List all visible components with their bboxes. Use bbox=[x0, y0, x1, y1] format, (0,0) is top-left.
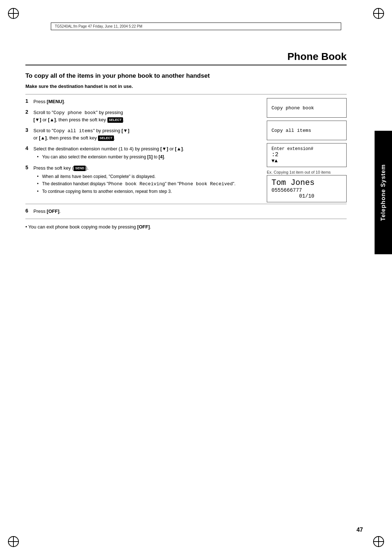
step-1-key: [MENU] bbox=[47, 99, 64, 104]
step-6-key: [OFF] bbox=[47, 208, 60, 214]
lcd-1-text: Copy phone book bbox=[271, 105, 314, 111]
step-2-content: Scroll to "Copy phone book" by pressing … bbox=[33, 109, 124, 123]
lcd-4-box: Tom Jones 0555666777 01/10 bbox=[267, 175, 347, 202]
step-4-bullet-1: You can also select the extension number… bbox=[37, 154, 184, 160]
step-5-bullet-2: The destination handset displays "Phone … bbox=[37, 181, 236, 188]
step-5-bullets: When all items have been copied, "Comple… bbox=[37, 173, 236, 195]
step-2-number: 2 bbox=[25, 109, 33, 115]
step-3-number: 3 bbox=[25, 127, 33, 133]
step-1: 1 Press [MENU]. bbox=[25, 98, 260, 105]
main-content: Phone Book To copy all of the items in y… bbox=[25, 51, 347, 230]
step-4-content: Select the destination extension number … bbox=[33, 145, 184, 161]
lcd-copy-all-items: Copy all items bbox=[267, 121, 347, 140]
step-6: 6 Press [OFF]. bbox=[25, 208, 347, 215]
step-3: 3 Scroll to "Copy all items" by pressing… bbox=[25, 127, 260, 142]
step-2: 2 Scroll to "Copy phone book" by pressin… bbox=[25, 109, 260, 123]
step-3-content: Scroll to "Copy all items" by pressing [… bbox=[33, 127, 129, 142]
lcd-2-text: Copy all items bbox=[271, 128, 311, 133]
lcd-4-phone: 0555666777 bbox=[271, 187, 342, 193]
lcd-3-line2: ▼▲ bbox=[271, 158, 342, 164]
select-badge-2: SELECT bbox=[107, 117, 123, 123]
crosshair-tl bbox=[8, 8, 19, 19]
footnote-area: • You can exit phone book copying mode b… bbox=[25, 223, 347, 231]
prerequisite: Make sure the destination handset is not… bbox=[25, 84, 347, 89]
crosshair-br bbox=[373, 536, 384, 547]
step-4-bullets: You can also select the extension number… bbox=[37, 154, 184, 160]
lcd-4-name: Tom Jones bbox=[271, 178, 342, 187]
step-1-number: 1 bbox=[25, 98, 33, 104]
lcd-extension: Enter extension# :2 ▼▲ bbox=[267, 143, 347, 167]
page-title: Phone Book bbox=[25, 51, 347, 65]
select-badge-3: SELECT bbox=[98, 135, 114, 141]
steps-area: 1 Press [MENU]. 2 Scroll to "Copy phone … bbox=[25, 94, 347, 202]
step-4-number: 4 bbox=[25, 145, 33, 151]
step-6-number: 6 bbox=[25, 208, 33, 214]
crosshair-tr bbox=[373, 8, 384, 19]
page-number: 47 bbox=[356, 527, 363, 533]
steps-right: Copy phone book Copy all items Enter ext… bbox=[267, 98, 347, 202]
step-5-content: Press the soft key (SEND). When all item… bbox=[33, 165, 236, 195]
lcd-copy-phone-book: Copy phone book bbox=[267, 98, 347, 118]
steps-left: 1 Press [MENU]. 2 Scroll to "Copy phone … bbox=[25, 98, 260, 202]
lcd-3-line1: :2 bbox=[271, 151, 342, 158]
lcd-3-label: Enter extension# bbox=[271, 146, 342, 151]
send-badge: SEND bbox=[74, 166, 86, 171]
lcd-4-caption: Ex. Copying 1st item out of 10 items bbox=[267, 170, 347, 174]
step-1-content: Press [MENU]. bbox=[33, 98, 65, 105]
crosshair-bl bbox=[8, 536, 19, 547]
step-5-number: 5 bbox=[25, 165, 33, 170]
step-4: 4 Select the destination extension numbe… bbox=[25, 145, 260, 161]
lcd-contact: Ex. Copying 1st item out of 10 items Tom… bbox=[267, 170, 347, 202]
step-5: 5 Press the soft key (SEND). When all it… bbox=[25, 165, 260, 195]
footnote-text: • You can exit phone book copying mode b… bbox=[25, 224, 151, 230]
step-6-area: 6 Press [OFF]. bbox=[25, 204, 347, 215]
step-6-content: Press [OFF]. bbox=[33, 208, 61, 215]
side-tab: Telephone System bbox=[375, 131, 392, 254]
section-heading: To copy all of the items in your phone b… bbox=[25, 72, 347, 80]
file-info-text: TG5240AL.fm Page 47 Friday, June 11, 200… bbox=[55, 24, 142, 28]
step-5-bullet-3: To continue copying items to another ext… bbox=[37, 188, 236, 195]
step-5-bullet-1: When all items have been copied, "Comple… bbox=[37, 173, 236, 180]
file-info-bar: TG5240AL.fm Page 47 Friday, June 11, 200… bbox=[51, 23, 341, 30]
footnote-divider bbox=[25, 219, 347, 219]
lcd-4-page: 01/10 bbox=[271, 193, 342, 199]
side-tab-label: Telephone System bbox=[380, 164, 387, 221]
